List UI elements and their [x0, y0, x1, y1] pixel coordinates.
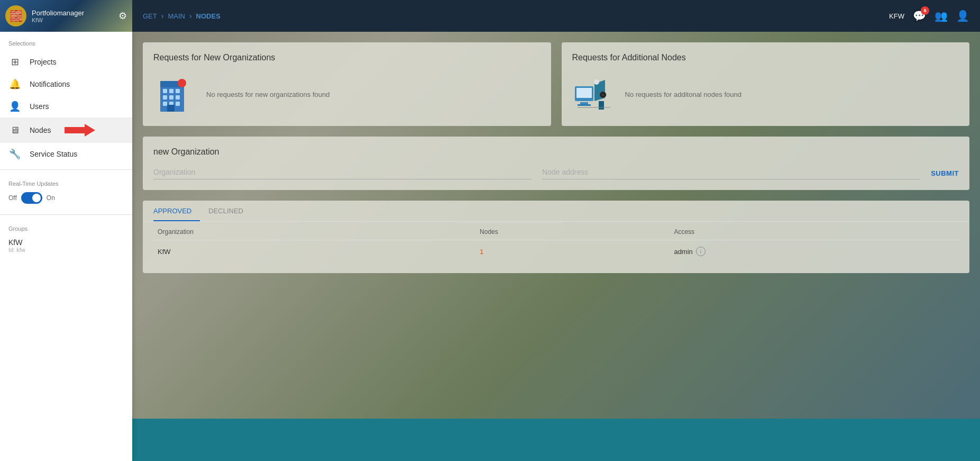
card-new-orgs-inner: No requests for new organizations found — [153, 73, 541, 115]
col-nodes: Nodes — [475, 222, 670, 240]
toggle-on-label: On — [47, 194, 55, 202]
monitor-icon: 🖥 — [8, 125, 21, 136]
svg-rect-6 — [163, 95, 167, 100]
wrench-icon: 🔧 — [8, 148, 21, 160]
sidebar: Selections ⊞ Projects 🔔 Notifications 👤 … — [0, 32, 132, 461]
breadcrumb-main[interactable]: MAIN — [168, 12, 185, 20]
card-new-orgs: Requests for New Organizations — [143, 42, 551, 126]
tab-approved[interactable]: APPROVED — [153, 201, 200, 221]
sidebar-divider-1 — [0, 169, 132, 170]
svg-rect-11 — [176, 102, 180, 106]
header-user-name: Portfoliomanager — [32, 9, 84, 17]
sidebar-service-status-label: Service Status — [30, 150, 77, 158]
nodes-illustration — [572, 73, 615, 115]
info-icon[interactable]: i — [696, 247, 706, 256]
node-address-input[interactable] — [542, 168, 920, 176]
breadcrumb: GET › MAIN › NODES — [132, 12, 889, 20]
svg-rect-7 — [169, 95, 173, 100]
settings-icon[interactable]: ⚙ — [118, 10, 127, 22]
groups-section: Groups KfW Id: kfw — [0, 219, 132, 261]
svg-rect-5 — [176, 89, 180, 93]
row-nodes: 1 — [480, 248, 483, 256]
selections-label: Selections — [0, 32, 132, 51]
table-wrapper: Organization Nodes Access KfW 1 admin i — [143, 222, 969, 273]
sidebar-nodes-label: Nodes — [30, 126, 51, 134]
header-left: 🧱 Portfoliomanager KfW ⚙ — [0, 0, 132, 32]
tab-declined[interactable]: DECLINED — [208, 201, 252, 221]
row-org: KfW — [153, 240, 475, 263]
svg-rect-16 — [580, 102, 588, 104]
svg-rect-19 — [599, 101, 604, 110]
group-name: KfW — [8, 238, 124, 247]
bottom-strip — [132, 419, 980, 461]
header-right: KFW 💬 6 👥 👤 — [889, 10, 980, 22]
svg-point-21 — [601, 93, 605, 96]
group-item-kfw[interactable]: KfW Id: kfw — [8, 236, 124, 255]
svg-marker-0 — [65, 124, 95, 137]
chat-icon-btn[interactable]: 💬 6 — [913, 10, 926, 22]
red-arrow-icon — [65, 123, 96, 138]
bell-icon: 🔔 — [8, 78, 21, 90]
header-org-label: KFW — [889, 12, 904, 20]
nodes-svg — [572, 76, 615, 113]
sidebar-projects-label: Projects — [30, 58, 57, 66]
notification-badge: 6 — [921, 6, 929, 15]
avatar: 🧱 — [5, 5, 26, 26]
tabs-row: APPROVED DECLINED — [143, 201, 969, 222]
sidebar-item-notifications[interactable]: 🔔 Notifications — [0, 73, 132, 95]
col-org: Organization — [153, 222, 475, 240]
account-icon-btn[interactable]: 👤 — [956, 10, 969, 22]
svg-rect-9 — [163, 102, 167, 106]
submit-button[interactable]: SUBMIT — [931, 167, 959, 179]
sidebar-item-projects[interactable]: ⊞ Projects — [0, 51, 132, 73]
cards-row: Requests for New Organizations — [143, 42, 969, 126]
header-user-info: Portfoliomanager KfW — [32, 9, 84, 23]
header-user-org: KfW — [32, 17, 84, 23]
toggle-off-label: Off — [8, 194, 17, 202]
real-time-label: Real-Time Updates — [8, 180, 124, 187]
svg-rect-17 — [578, 104, 591, 106]
sidebar-users-label: Users — [30, 102, 49, 111]
users-icon: 👤 — [8, 101, 21, 112]
real-time-toggle[interactable] — [21, 192, 42, 204]
col-access: Access — [670, 222, 959, 240]
grid-icon: ⊞ — [8, 56, 21, 68]
access-cell: admin i — [674, 247, 955, 256]
sidebar-notifications-label: Notifications — [30, 80, 70, 88]
row-access: admin — [674, 248, 692, 256]
sidebar-item-service-status[interactable]: 🔧 Service Status — [0, 143, 132, 165]
breadcrumb-sep2: › — [189, 12, 192, 20]
breadcrumb-sep1: › — [161, 12, 164, 20]
building-illustration — [153, 73, 196, 115]
svg-rect-15 — [576, 88, 592, 98]
toggle-row: Off On — [8, 192, 124, 204]
form-row: SUBMIT — [153, 167, 959, 179]
new-org-form-card: new Organization SUBMIT — [143, 137, 969, 190]
org-input[interactable] — [153, 168, 532, 176]
real-time-section: Real-Time Updates Off On — [0, 174, 132, 210]
svg-rect-8 — [176, 95, 180, 100]
people-icon-btn[interactable]: 👥 — [935, 10, 948, 22]
svg-rect-3 — [163, 89, 167, 93]
breadcrumb-nodes: NODES — [196, 12, 221, 20]
card-additional-nodes-inner: No requests for additonal nodes found — [572, 73, 959, 115]
building-svg — [158, 76, 192, 113]
breadcrumb-get[interactable]: GET — [143, 12, 157, 20]
sidebar-item-users[interactable]: 👤 Users — [0, 95, 132, 117]
main-content: Requests for New Organizations — [132, 32, 980, 461]
nodes-table: Organization Nodes Access KfW 1 admin i — [153, 222, 959, 263]
groups-label: Groups — [8, 225, 124, 232]
sidebar-item-nodes[interactable]: 🖥 Nodes — [0, 117, 132, 143]
header: 🧱 Portfoliomanager KfW ⚙ GET › MAIN › NO… — [0, 0, 980, 32]
node-address-field — [542, 167, 920, 179]
table-row: KfW 1 admin i — [153, 240, 959, 263]
card-additional-nodes: Requests for Additional Nodes — [562, 42, 970, 126]
card-additional-nodes-title: Requests for Additional Nodes — [572, 53, 959, 62]
group-id: Id: kfw — [8, 247, 124, 253]
table-card: APPROVED DECLINED Organization Nodes Acc… — [143, 201, 969, 273]
svg-point-22 — [594, 79, 599, 85]
sidebar-divider-2 — [0, 214, 132, 215]
card-new-orgs-title: Requests for New Organizations — [153, 53, 541, 62]
svg-rect-12 — [167, 105, 175, 112]
svg-rect-4 — [169, 89, 173, 93]
